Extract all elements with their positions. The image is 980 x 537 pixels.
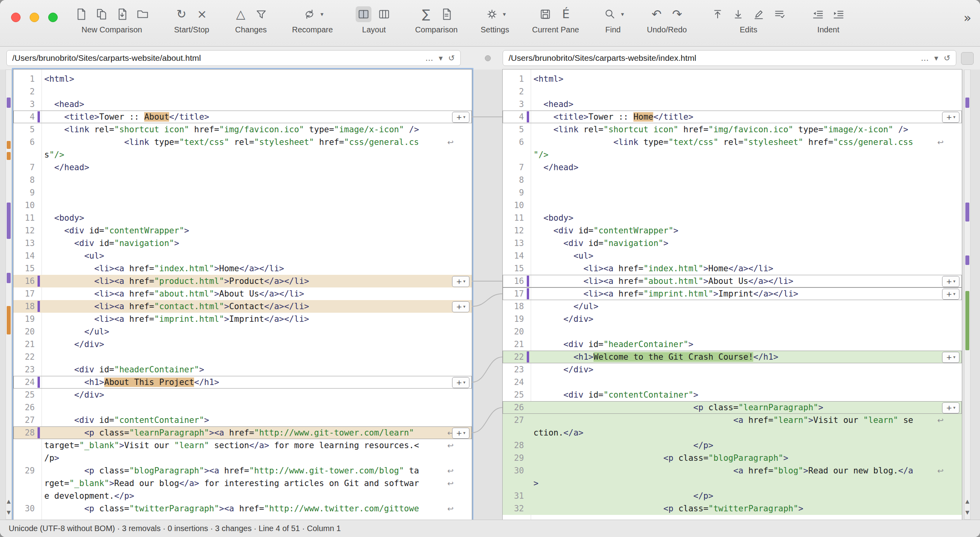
path-history-icon[interactable]: ↺ xyxy=(448,53,455,63)
tag-token: </a xyxy=(249,441,264,450)
merge-change-button[interactable]: +▾ xyxy=(942,352,959,363)
redo-icon[interactable]: ↷ xyxy=(669,6,685,22)
code-text: <p class="twitterParagraph"> xyxy=(533,502,803,515)
code-row: 5 <link rel="shortcut icon" href="img/fa… xyxy=(13,123,472,136)
wrap-indicator-icon: ↩ xyxy=(447,136,454,148)
toolbar-group-settings: ▾Settings xyxy=(481,3,509,34)
toolbar-group-find: ▾Find xyxy=(602,3,624,34)
merge-change-button[interactable]: +▾ xyxy=(942,289,959,300)
toolbar-overflow-chevron[interactable]: » xyxy=(963,10,971,25)
tag-token: <html xyxy=(533,74,558,84)
code-row: 19 <li><a href="imprint.html">Imprint</a… xyxy=(13,313,472,325)
changes-delta-icon[interactable]: △ xyxy=(233,6,249,22)
edit-list-icon[interactable] xyxy=(771,6,787,22)
new-text-comparison-icon[interactable] xyxy=(73,6,89,22)
tag-token: > xyxy=(569,100,574,109)
minimize-window-button[interactable] xyxy=(30,13,39,22)
merge-change-button[interactable]: +▾ xyxy=(452,428,469,439)
layout-vertical-icon[interactable] xyxy=(356,6,371,22)
path-dropdown-icon[interactable]: ▾ xyxy=(934,53,938,63)
code-text: <li><a href="product.html">Product</a></… xyxy=(44,275,309,287)
dropdown-caret-icon[interactable]: ▾ xyxy=(503,11,506,18)
tag-token: > xyxy=(579,428,584,437)
path-dropdown-icon[interactable]: ▾ xyxy=(439,53,443,63)
line-number: 4 xyxy=(13,111,35,123)
change-map-mark[interactable] xyxy=(965,98,969,108)
merge-change-button[interactable]: +▾ xyxy=(452,377,469,388)
change-map-mark[interactable] xyxy=(7,273,11,283)
comparison-summary-icon[interactable]: ∑ xyxy=(418,6,434,22)
merge-change-button[interactable]: +▾ xyxy=(452,301,469,312)
change-map-mark[interactable] xyxy=(7,141,11,149)
restart-comparison-icon[interactable]: ↻ xyxy=(173,6,189,22)
tag-token: > xyxy=(743,264,748,273)
comparison-report-icon[interactable] xyxy=(439,6,454,22)
previous-change-button[interactable]: ▲ xyxy=(6,498,11,504)
next-change-button[interactable]: ▼ xyxy=(6,509,11,515)
accept-below-icon[interactable] xyxy=(730,6,746,22)
find-icon[interactable] xyxy=(602,6,618,22)
tag-token: <a xyxy=(733,415,743,425)
line-number: 27 xyxy=(13,414,35,426)
change-map-left[interactable]: ▲▼ xyxy=(6,69,12,520)
change-map-mark[interactable] xyxy=(965,291,969,350)
pane-link-dot[interactable] xyxy=(485,55,491,61)
file-path-field-left[interactable]: /Users/brunobrito/Sites/carparts-website… xyxy=(6,50,461,66)
filter-changes-icon[interactable] xyxy=(253,6,269,22)
dropdown-caret-icon[interactable]: ▾ xyxy=(621,11,624,18)
tag-token: </a xyxy=(748,276,763,286)
tag-token: <a xyxy=(114,314,124,324)
tag-token: > xyxy=(279,264,284,273)
pathbar-aux-button[interactable] xyxy=(961,52,974,65)
zoom-window-button[interactable] xyxy=(48,13,58,22)
file-path-field-right[interactable]: /Users/brunobrito/Sites/carparts-website… xyxy=(503,50,956,66)
undo-icon[interactable]: ↶ xyxy=(649,6,665,22)
new-image-comparison-icon[interactable] xyxy=(114,6,130,22)
change-map-mark[interactable] xyxy=(7,152,11,160)
settings-gear-icon[interactable] xyxy=(484,6,500,22)
accept-above-icon[interactable] xyxy=(710,6,726,22)
close-window-button[interactable] xyxy=(11,13,21,22)
recompare-icon[interactable] xyxy=(302,6,317,22)
merge-change-button[interactable]: +▾ xyxy=(942,112,959,123)
new-merge-comparison-icon[interactable] xyxy=(94,6,109,22)
tag-token: > xyxy=(588,251,594,261)
previous-change-button[interactable]: ▲ xyxy=(965,498,970,504)
outdent-icon[interactable] xyxy=(810,6,826,22)
text-encoding-icon[interactable]: É xyxy=(558,6,574,22)
tag-token: > xyxy=(204,415,209,425)
tag-token: > xyxy=(109,264,114,273)
chevron-down-icon: ▾ xyxy=(463,302,466,312)
path-history-icon[interactable]: ↺ xyxy=(944,53,950,63)
code-row: 18 </ul> xyxy=(503,300,962,313)
editor-pane-right[interactable]: 1<html>23 <head>4 <title>Tower :: Home</… xyxy=(503,69,962,520)
next-change-button[interactable]: ▼ xyxy=(965,509,970,515)
layout-horizontal-icon[interactable] xyxy=(376,6,392,22)
line-number: 25 xyxy=(13,389,35,401)
change-map-right[interactable]: ▲▼ xyxy=(964,69,971,520)
path-ellipsis-icon[interactable]: … xyxy=(921,53,929,63)
change-map-mark[interactable] xyxy=(965,255,969,265)
change-map-mark[interactable] xyxy=(7,203,11,239)
change-map-mark[interactable] xyxy=(7,306,11,334)
tag-token: <p xyxy=(84,504,94,513)
tag-token: <h1 xyxy=(84,377,99,387)
merge-change-button[interactable]: +▾ xyxy=(452,112,469,123)
new-folder-comparison-icon[interactable] xyxy=(135,6,151,22)
code-row: 22 xyxy=(13,351,472,363)
edit-pen-icon[interactable] xyxy=(751,6,767,22)
change-map-mark[interactable] xyxy=(7,98,11,108)
merge-change-button[interactable]: +▾ xyxy=(942,276,959,287)
dropdown-caret-icon[interactable]: ▾ xyxy=(320,11,324,18)
save-file-icon[interactable] xyxy=(537,6,553,22)
merge-change-button[interactable]: +▾ xyxy=(942,402,959,413)
merge-change-button[interactable]: +▾ xyxy=(452,276,469,287)
stop-comparison-icon[interactable]: × xyxy=(194,6,210,22)
string-token: "contentContainer" xyxy=(114,415,204,425)
tag-token: > xyxy=(174,238,179,248)
indent-icon[interactable] xyxy=(831,6,846,22)
path-ellipsis-icon[interactable]: … xyxy=(425,53,433,63)
line-number: 21 xyxy=(13,338,35,351)
change-map-mark[interactable] xyxy=(965,203,969,222)
editor-pane-left[interactable]: 1<html>23 <head>4 <title>Tower :: About<… xyxy=(13,69,472,520)
